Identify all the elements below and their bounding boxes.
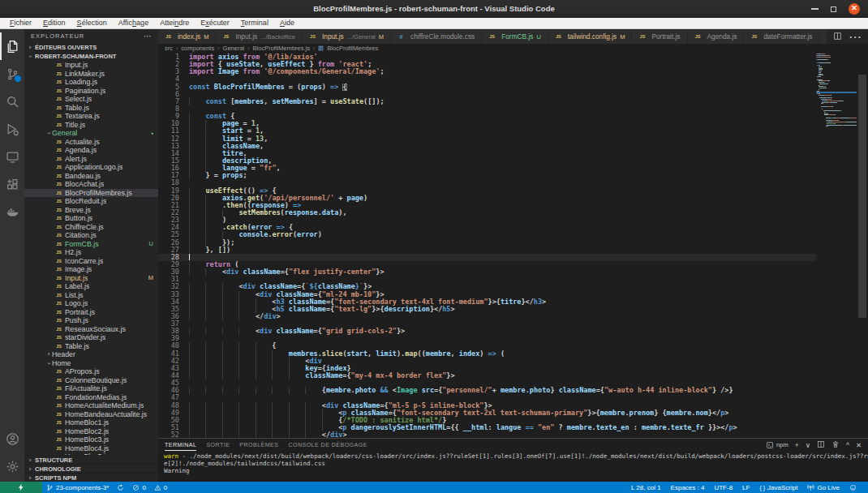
tab-index-js[interactable]: JSindex.jsM xyxy=(158,29,216,44)
tree-item-agenda-js[interactable]: JSAgenda.js xyxy=(24,146,158,155)
tree-item-blocachat-js[interactable]: JSBlocAchat.js xyxy=(24,180,158,189)
status-go-live[interactable]: Go Live xyxy=(802,482,844,493)
tree-item-push-js[interactable]: JSPush.js xyxy=(24,316,158,325)
tree-item-stardivider-js[interactable]: JSstarDivider.js xyxy=(24,333,158,342)
tree-item-homebloc1-js[interactable]: JSHomeBloc1.js xyxy=(24,418,158,427)
search-icon[interactable] xyxy=(0,88,24,115)
tree-item-applicationlogo-js[interactable]: JSApplicationLogo.js xyxy=(24,163,158,172)
workspace-section[interactable]: › ROBERT-SCHUMAN-FRONT xyxy=(24,52,158,61)
settings-gear-icon[interactable] xyxy=(0,452,24,480)
tree-item-citation-js[interactable]: JSCitation.js xyxy=(24,231,158,240)
remote-explorer-icon[interactable] xyxy=(0,143,24,170)
tree-item-select-js[interactable]: JSSelect.js xyxy=(24,95,158,104)
menu-terminal[interactable]: Terminal xyxy=(235,18,274,28)
menu-atteindre[interactable]: Atteindre xyxy=(154,18,195,28)
scrollbar-thumb[interactable] xyxy=(858,75,866,318)
tree-item-reseauxsociaux-js[interactable]: JSReseauxSociaux.js xyxy=(24,325,158,334)
tree-item-label-js[interactable]: JSLabel.js xyxy=(24,282,158,291)
tree-item-list-js[interactable]: JSList.js xyxy=(24,291,158,300)
tree-item-linkmaker-js[interactable]: JSLinkMaker.js xyxy=(24,70,158,79)
explorer-icon[interactable] xyxy=(0,32,24,60)
menu-aide[interactable]: Aide xyxy=(274,18,300,28)
split-terminal-icon[interactable] xyxy=(817,440,825,450)
status-language[interactable]: { }JavaScript xyxy=(754,482,802,493)
tree-item-fondationmedias-js[interactable]: JSFondationMedias.js xyxy=(24,393,158,402)
breadcrumb-symbol[interactable]: BlocProfilMembres xyxy=(327,45,378,52)
section-chronologie[interactable]: ›CHRONOLOGIE xyxy=(24,464,158,473)
tab-agenda-js[interactable]: JSAgenda.js xyxy=(688,29,745,44)
tree-item-colonneboutique-js[interactable]: JSColonneBoutique.js xyxy=(24,376,158,385)
menu-s-lection[interactable]: Sélection xyxy=(71,18,113,28)
account-icon[interactable] xyxy=(0,425,24,452)
tab-dateformatter-js[interactable]: JSdateFormatter.js xyxy=(744,29,819,44)
maximize-icon[interactable] xyxy=(831,6,836,12)
tree-item-actualite-js[interactable]: JSActualite.js xyxy=(24,138,158,147)
new-terminal-icon[interactable]: + xyxy=(795,441,799,449)
section-scripts-npm[interactable]: ›SCRIPTS NPM xyxy=(24,473,158,482)
tree-item-pagination-js[interactable]: JSPagination.js xyxy=(24,87,158,96)
terminal-output[interactable]: warn - ./node_modules/next/dist/build/we… xyxy=(158,451,868,482)
tree-item-homebandeauactualite-js[interactable]: JSHomeBandeauActualite.js xyxy=(24,410,158,419)
breadcrumb-item[interactable]: General xyxy=(223,45,245,52)
terminal-tab-probl-mes[interactable]: PROBLÈMES xyxy=(239,439,278,451)
breadcrumb-item[interactable]: src xyxy=(165,45,173,52)
close-icon[interactable]: ✕ xyxy=(849,3,860,15)
tree-item-homebloc3-js[interactable]: JSHomeBloc3.js xyxy=(24,435,158,444)
tree-item-chiffrecle-js[interactable]: JSChiffreCle.js xyxy=(24,223,158,232)
remote-indicator[interactable] xyxy=(0,482,42,493)
tree-item-textarea-js[interactable]: JSTextarea.js xyxy=(24,112,158,121)
breadcrumb-item[interactable]: BlocProfilMembres.js xyxy=(253,45,310,52)
menu-ex-cuter[interactable]: Exécuter xyxy=(195,18,235,28)
tree-folder-general[interactable]: ›General● xyxy=(24,129,158,138)
tree-item-homebloc2-js[interactable]: JSHomeBloc2.js xyxy=(24,427,158,436)
split-editor-icon[interactable] xyxy=(833,29,842,44)
more-actions-icon[interactable]: ⋯ xyxy=(849,29,862,44)
status-eol[interactable]: LF xyxy=(737,482,754,493)
menu-edition[interactable]: Edition xyxy=(37,18,71,28)
breadcrumb-item[interactable]: components xyxy=(181,45,214,52)
tree-item-title-js[interactable]: JSTitle.js xyxy=(24,121,158,130)
status-branch[interactable]: 23-components-3* xyxy=(42,482,113,493)
tree-item-input-js[interactable]: JSInput.jsM xyxy=(24,274,158,283)
status-indentation[interactable]: Espaces : 4 xyxy=(666,482,710,493)
menu-fichier[interactable]: Fichier xyxy=(4,18,37,28)
tree-item-portrait-js[interactable]: JSPortrait.js xyxy=(24,308,158,317)
tree-item-loading-js[interactable]: JSLoading.js xyxy=(24,78,158,87)
tree-item-table-js[interactable]: JSTable.js xyxy=(24,342,158,351)
tree-item-logo-js[interactable]: JSLogo.js xyxy=(24,299,158,308)
status-encoding[interactable]: UTF-8 xyxy=(709,482,737,493)
docker-icon[interactable] xyxy=(0,198,24,225)
minimap[interactable] xyxy=(816,54,857,438)
maximize-panel-icon[interactable]: ^ xyxy=(846,441,849,449)
tab-input-js[interactable]: JSInput.js.../Backoffice xyxy=(216,29,303,44)
tree-item-image-js[interactable]: JSImage.js xyxy=(24,265,158,274)
code-editor[interactable]: 1import axios from '@/lib/axios'2import … xyxy=(158,52,868,438)
menu-affichage[interactable]: Affichage xyxy=(113,18,154,28)
tree-item-alert-js[interactable]: JSAlert.js xyxy=(24,155,158,164)
tree-item-input-js[interactable]: JSInput.js xyxy=(24,61,158,70)
tree-item-formcb-js[interactable]: JSFormCB.jsU xyxy=(24,240,158,249)
terminal-dropdown-icon[interactable]: ∨ xyxy=(806,441,810,449)
terminal-tab-terminal[interactable]: TERMINAL xyxy=(165,439,196,451)
breadcrumb[interactable]: src›components›General›BlocProfilMembres… xyxy=(158,44,868,52)
tab-chiffrecle-module-css[interactable]: #chiffreCle.module.css xyxy=(391,29,482,44)
terminal-tab-sortie[interactable]: SORTIE xyxy=(206,439,230,451)
tree-item-bandeau-js[interactable]: JSBandeau.js xyxy=(24,172,158,181)
section-structure[interactable]: ›STRUCTURE xyxy=(24,455,158,464)
tree-item-breve-js[interactable]: JSBreve.js xyxy=(24,206,158,215)
code-content[interactable]: 1import axios from '@/lib/axios'2import … xyxy=(158,54,816,438)
status-sync[interactable] xyxy=(113,482,128,493)
tree-item-table-js[interactable]: JSTable.js xyxy=(24,104,158,113)
more-actions-icon[interactable]: ⋯ xyxy=(144,32,152,41)
extensions-icon[interactable] xyxy=(0,170,24,198)
tree-folder-header[interactable]: ›Header xyxy=(24,350,158,359)
tree-item-homebloc4-js[interactable]: JSHomeBloc4.js xyxy=(24,444,158,453)
tree-folder-home[interactable]: ›Home xyxy=(24,359,158,368)
tab-input-js[interactable]: JSInput.js.../GeneralM xyxy=(303,29,391,44)
tree-item-iconcarre-js[interactable]: JSIconCarre.js xyxy=(24,257,158,266)
status-errors[interactable]: 0 xyxy=(128,482,149,493)
tree-item-button-js[interactable]: JSButton.js xyxy=(24,214,158,223)
status-warnings[interactable]: 0 xyxy=(150,482,171,493)
tree-item-h2-js[interactable]: JSH2.js xyxy=(24,248,158,257)
editor-scrollbar[interactable] xyxy=(857,52,868,438)
